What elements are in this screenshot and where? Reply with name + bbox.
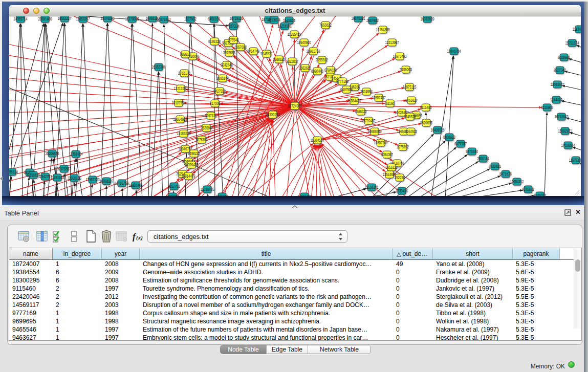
graph-node[interactable]: 9245012 [534, 192, 546, 196]
graph-node[interactable]: 16107554 [171, 99, 186, 106]
column-header-name[interactable]: name [9, 248, 53, 259]
zoom-button[interactable] [43, 8, 50, 14]
graph-edge[interactable] [9, 106, 295, 113]
graph-node[interactable]: 8454749 [247, 48, 259, 55]
graph-node[interactable]: 20691406 [38, 16, 52, 23]
graph-node[interactable]: 19654919 [173, 116, 187, 123]
graph-node[interactable]: 10653267 [76, 16, 90, 23]
delete-column-icon[interactable] [100, 230, 113, 243]
graph-node[interactable]: 7955812 [316, 56, 328, 63]
graph-node[interactable]: 12213302 [173, 85, 187, 92]
graph-node[interactable]: 16961758 [306, 48, 320, 55]
graph-node[interactable]: 12942757 [38, 173, 52, 180]
graph-edge[interactable] [320, 144, 356, 196]
graph-node[interactable]: 6505614 [9, 168, 18, 176]
graph-node[interactable]: 2718170 [178, 70, 190, 77]
graph-node[interactable]: 12359924 [69, 150, 83, 158]
float-panel-icon[interactable] [564, 209, 571, 216]
table-settings-icon[interactable] [17, 230, 31, 243]
graph-node[interactable]: 10973493 [393, 53, 406, 60]
graph-node[interactable]: 1075692 [397, 143, 409, 150]
graph-node[interactable]: 275546 [228, 36, 238, 43]
graph-edge[interactable] [295, 106, 399, 130]
graph-node[interactable]: 16807249 [374, 139, 387, 146]
graph-node[interactable]: 30975857 [57, 165, 71, 172]
graph-edge[interactable] [214, 24, 215, 196]
graph-node[interactable]: 1615132 [385, 164, 398, 171]
selected-rows-only-icon[interactable] [52, 230, 65, 243]
graph-edge[interactable] [461, 190, 523, 196]
graph-node[interactable]: 18640910 [297, 39, 311, 46]
graph-node[interactable]: 6794028 [324, 67, 337, 74]
column-header-year[interactable]: year [102, 248, 140, 259]
graph-edge[interactable] [298, 145, 316, 196]
delete-table-icon[interactable] [115, 230, 128, 243]
table-scrollbar-thumb[interactable] [575, 259, 580, 272]
graph-node[interactable]: 9474444 [466, 148, 478, 155]
graph-edge[interactable] [449, 183, 512, 196]
table-row[interactable]: 1456911722003Disruption of a novel membe… [9, 301, 581, 309]
graph-node[interactable]: 15278025 [125, 16, 139, 23]
graph-edge[interactable] [431, 56, 453, 196]
table-select-dropdown[interactable]: citations_edges.txt [147, 230, 347, 243]
function-builder-icon[interactable]: f (x) [132, 230, 145, 243]
graph-node[interactable]: 9084067 [381, 151, 393, 158]
graph-node[interactable]: 24055714 [13, 16, 28, 23]
graph-edge[interactable] [280, 144, 315, 196]
graph-node[interactable]: 20206576 [45, 150, 59, 157]
graph-node[interactable]: 18724007 [288, 102, 301, 110]
graph-node[interactable]: 3267130 [205, 112, 217, 119]
graph-node[interactable]: 12213967 [385, 39, 399, 46]
graph-node[interactable]: 9227342 [554, 67, 566, 74]
graph-node[interactable]: 9498222 [188, 150, 200, 157]
column-header-in_degree[interactable]: in_degree [53, 248, 102, 259]
graph-edge[interactable] [20, 24, 23, 196]
table-row[interactable]: 946362711997Embryonic stem cells: a mode… [9, 334, 581, 341]
table-row[interactable]: 1872400712008Changes of HCN gene express… [9, 260, 581, 268]
tab-network-table[interactable]: Network Table [308, 345, 371, 354]
graph-node[interactable]: 8186328 [208, 38, 221, 45]
graph-node[interactable]: 8938923 [443, 134, 455, 141]
graph-node[interactable]: 3624554 [360, 88, 373, 95]
graph-node[interactable]: 1244419 [550, 96, 562, 103]
graph-node[interactable]: 6479197 [454, 140, 467, 147]
graph-node[interactable]: 12923448 [297, 193, 311, 196]
column-header-out_de[interactable]: △ out_de… [393, 248, 433, 259]
graph-node[interactable]: 8164923 [405, 128, 417, 135]
graph-node[interactable]: 2935114 [477, 155, 489, 162]
tab-node-table[interactable]: Node Table [221, 345, 266, 354]
graph-node[interactable]: 2687682 [366, 17, 379, 24]
resize-grip-icon[interactable] [574, 189, 580, 195]
graph-node[interactable]: 5322037 [286, 58, 298, 65]
graph-node[interactable]: 19166825 [177, 130, 190, 137]
graph-node[interactable]: 1649578 [404, 113, 416, 120]
graph-node[interactable]: 9245652 [522, 186, 534, 193]
graph-edge[interactable] [64, 173, 66, 196]
graph-node[interactable]: 7663822 [319, 21, 332, 29]
graph-node[interactable]: 16914479 [181, 172, 195, 180]
graph-node[interactable]: 19375593 [100, 16, 114, 22]
graph-node[interactable]: 15751074 [565, 39, 579, 47]
graph-node[interactable]: 16875321 [351, 16, 365, 22]
graph-edge[interactable] [44, 24, 45, 196]
graph-node[interactable]: 9242848 [221, 61, 233, 69]
graph-edge[interactable] [316, 145, 317, 196]
graph-edge[interactable] [295, 106, 310, 196]
graph-node[interactable]: 15716485 [200, 186, 214, 193]
graph-node[interactable]: 252254 [395, 174, 405, 181]
graph-node[interactable]: 817006 [210, 100, 220, 107]
window-titlebar[interactable]: citations_edges.txt [9, 5, 581, 16]
graph-node[interactable]: 15384554 [310, 137, 324, 144]
graph-node[interactable]: 11325419 [288, 31, 301, 38]
graph-edge[interactable] [287, 106, 295, 196]
close-panel-icon[interactable]: ✕ [575, 208, 581, 216]
column-header-title[interactable]: title [140, 248, 393, 259]
graph-node[interactable]: 16033809 [420, 16, 434, 23]
graph-node[interactable]: 9699695 [420, 119, 432, 126]
graph-node[interactable]: 16648784 [447, 48, 461, 55]
graph-node[interactable]: 16210643 [554, 113, 568, 120]
graph-node[interactable]: 10654112 [510, 178, 524, 185]
graph-node[interactable]: 7986322 [355, 108, 367, 115]
sidebar-collapse-arrow-icon[interactable] [0, 176, 3, 181]
graph-node[interactable]: 8471676 [499, 170, 512, 178]
